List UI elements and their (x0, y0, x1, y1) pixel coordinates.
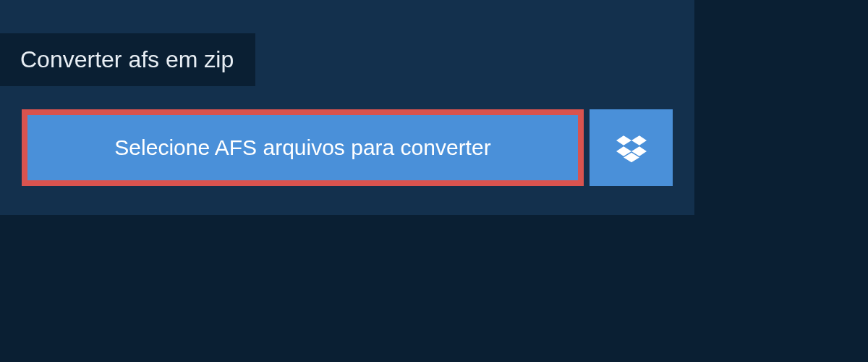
select-files-label: Selecione AFS arquivos para converter (114, 135, 490, 159)
tab-row: Converter afs em zip (0, 0, 694, 86)
dropbox-icon (616, 132, 647, 163)
select-files-button[interactable]: Selecione AFS arquivos para converter (22, 109, 584, 186)
converter-panel: Converter afs em zip Selecione AFS arqui… (0, 0, 694, 215)
tab-converter[interactable]: Converter afs em zip (0, 33, 255, 86)
button-row: Selecione AFS arquivos para converter (0, 86, 694, 215)
tab-label: Converter afs em zip (20, 46, 234, 72)
dropbox-button[interactable] (590, 109, 673, 186)
